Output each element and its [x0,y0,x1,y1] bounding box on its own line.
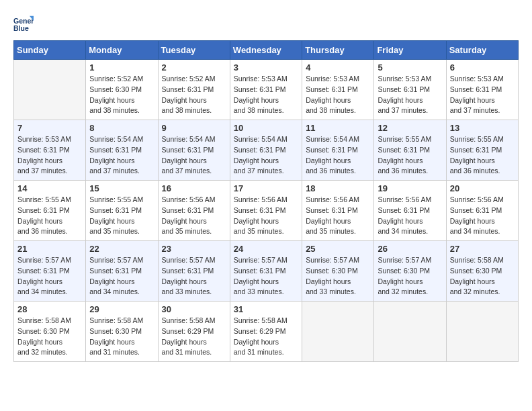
day-number: 13 [450,123,515,133]
calendar-cell [302,302,374,362]
day-number: 28 [17,304,82,314]
day-info: Sunrise: 5:57 AMSunset: 6:31 PMDaylight … [89,255,154,298]
day-info: Sunrise: 5:53 AMSunset: 6:31 PMDaylight … [378,74,442,116]
day-number: 19 [378,183,442,193]
day-info: Sunrise: 5:56 AMSunset: 6:31 PMDaylight … [378,195,442,237]
calendar-cell: 14 Sunrise: 5:55 AMSunset: 6:31 PMDaylig… [14,181,86,241]
day-number: 21 [17,244,82,254]
calendar-cell: 8 Sunrise: 5:54 AMSunset: 6:31 PMDayligh… [86,120,158,181]
day-info: Sunrise: 5:54 AMSunset: 6:31 PMDaylight … [162,134,226,177]
day-number: 6 [450,62,515,73]
calendar-cell: 23 Sunrise: 5:57 AMSunset: 6:31 PMDaylig… [158,241,230,302]
day-info: Sunrise: 5:55 AMSunset: 6:31 PMDaylight … [17,195,82,237]
day-number: 23 [162,244,226,254]
calendar-cell: 11 Sunrise: 5:54 AMSunset: 6:31 PMDaylig… [302,120,374,181]
logo: General Blue [13,13,36,34]
day-number: 29 [89,304,154,314]
day-info: Sunrise: 5:52 AMSunset: 6:30 PMDaylight … [89,74,154,116]
calendar-cell [374,302,446,362]
day-number: 12 [378,123,442,133]
calendar-cell: 31 Sunrise: 5:58 AMSunset: 6:29 PMDaylig… [230,302,302,362]
day-info: Sunrise: 5:57 AMSunset: 6:31 PMDaylight … [17,255,82,298]
calendar-cell: 25 Sunrise: 5:57 AMSunset: 6:30 PMDaylig… [302,241,374,302]
day-number: 9 [162,123,226,133]
calendar-week-5: 28 Sunrise: 5:58 AMSunset: 6:30 PMDaylig… [14,302,519,362]
calendar-week-1: 1 Sunrise: 5:52 AMSunset: 6:30 PMDayligh… [14,60,519,120]
day-number: 20 [450,183,515,193]
day-number: 7 [17,123,82,133]
day-info: Sunrise: 5:57 AMSunset: 6:31 PMDaylight … [234,255,298,298]
day-number: 4 [306,62,370,73]
calendar-cell: 20 Sunrise: 5:56 AMSunset: 6:31 PMDaylig… [446,181,518,241]
calendar-cell: 29 Sunrise: 5:58 AMSunset: 6:30 PMDaylig… [86,302,158,362]
calendar-cell: 24 Sunrise: 5:57 AMSunset: 6:31 PMDaylig… [230,241,302,302]
calendar-cell: 1 Sunrise: 5:52 AMSunset: 6:30 PMDayligh… [86,60,158,120]
calendar-cell: 13 Sunrise: 5:55 AMSunset: 6:31 PMDaylig… [446,120,518,181]
calendar-cell: 17 Sunrise: 5:56 AMSunset: 6:31 PMDaylig… [230,181,302,241]
day-info: Sunrise: 5:53 AMSunset: 6:31 PMDaylight … [306,74,370,116]
day-number: 10 [234,123,298,133]
col-header-thursday: Thursday [302,41,374,60]
calendar-cell: 19 Sunrise: 5:56 AMSunset: 6:31 PMDaylig… [374,181,446,241]
day-number: 17 [234,183,298,193]
calendar-cell: 5 Sunrise: 5:53 AMSunset: 6:31 PMDayligh… [374,60,446,120]
day-info: Sunrise: 5:57 AMSunset: 6:30 PMDaylight … [378,255,442,298]
calendar-week-3: 14 Sunrise: 5:55 AMSunset: 6:31 PMDaylig… [14,181,519,241]
col-header-saturday: Saturday [446,41,518,60]
day-info: Sunrise: 5:58 AMSunset: 6:29 PMDaylight … [162,316,226,358]
day-info: Sunrise: 5:55 AMSunset: 6:31 PMDaylight … [89,195,154,237]
day-number: 5 [378,62,442,73]
calendar-cell: 9 Sunrise: 5:54 AMSunset: 6:31 PMDayligh… [158,120,230,181]
day-number: 22 [89,244,154,254]
calendar-cell: 6 Sunrise: 5:53 AMSunset: 6:31 PMDayligh… [446,60,518,120]
day-info: Sunrise: 5:56 AMSunset: 6:31 PMDaylight … [450,195,515,237]
col-header-monday: Monday [86,41,158,60]
day-number: 14 [17,183,82,193]
day-number: 26 [378,244,442,254]
calendar-week-2: 7 Sunrise: 5:53 AMSunset: 6:31 PMDayligh… [14,120,519,181]
calendar-cell: 22 Sunrise: 5:57 AMSunset: 6:31 PMDaylig… [86,241,158,302]
day-info: Sunrise: 5:56 AMSunset: 6:31 PMDaylight … [162,195,226,237]
col-header-sunday: Sunday [14,41,86,60]
calendar-cell [14,60,86,120]
day-info: Sunrise: 5:54 AMSunset: 6:31 PMDaylight … [89,134,154,177]
calendar-cell: 10 Sunrise: 5:54 AMSunset: 6:31 PMDaylig… [230,120,302,181]
day-number: 25 [306,244,370,254]
day-number: 30 [162,304,226,314]
day-number: 8 [89,123,154,133]
day-info: Sunrise: 5:54 AMSunset: 6:31 PMDaylight … [234,134,298,177]
col-header-wednesday: Wednesday [230,41,302,60]
day-number: 15 [89,183,154,193]
day-number: 2 [162,62,226,73]
calendar-cell: 30 Sunrise: 5:58 AMSunset: 6:29 PMDaylig… [158,302,230,362]
day-info: Sunrise: 5:57 AMSunset: 6:30 PMDaylight … [306,255,370,298]
calendar-cell: 21 Sunrise: 5:57 AMSunset: 6:31 PMDaylig… [14,241,86,302]
day-info: Sunrise: 5:52 AMSunset: 6:31 PMDaylight … [162,74,226,116]
day-info: Sunrise: 5:58 AMSunset: 6:29 PMDaylight … [234,316,298,358]
calendar-cell: 15 Sunrise: 5:55 AMSunset: 6:31 PMDaylig… [86,181,158,241]
day-info: Sunrise: 5:58 AMSunset: 6:30 PMDaylight … [450,255,515,298]
calendar-cell: 12 Sunrise: 5:55 AMSunset: 6:31 PMDaylig… [374,120,446,181]
calendar-cell: 3 Sunrise: 5:53 AMSunset: 6:31 PMDayligh… [230,60,302,120]
day-info: Sunrise: 5:56 AMSunset: 6:31 PMDaylight … [234,195,298,237]
col-header-tuesday: Tuesday [158,41,230,60]
page-header: General Blue [13,13,519,34]
logo-icon: General Blue [13,13,34,34]
calendar-cell: 4 Sunrise: 5:53 AMSunset: 6:31 PMDayligh… [302,60,374,120]
calendar-cell: 2 Sunrise: 5:52 AMSunset: 6:31 PMDayligh… [158,60,230,120]
col-header-friday: Friday [374,41,446,60]
calendar-cell: 7 Sunrise: 5:53 AMSunset: 6:31 PMDayligh… [14,120,86,181]
day-info: Sunrise: 5:55 AMSunset: 6:31 PMDaylight … [450,134,515,177]
day-number: 1 [89,62,154,73]
day-info: Sunrise: 5:53 AMSunset: 6:31 PMDaylight … [450,74,515,116]
day-number: 18 [306,183,370,193]
calendar-cell: 28 Sunrise: 5:58 AMSunset: 6:30 PMDaylig… [14,302,86,362]
day-info: Sunrise: 5:55 AMSunset: 6:31 PMDaylight … [378,134,442,177]
day-number: 31 [234,304,298,314]
calendar-cell: 27 Sunrise: 5:58 AMSunset: 6:30 PMDaylig… [446,241,518,302]
calendar-cell: 18 Sunrise: 5:56 AMSunset: 6:31 PMDaylig… [302,181,374,241]
calendar-cell [446,302,518,362]
day-info: Sunrise: 5:56 AMSunset: 6:31 PMDaylight … [306,195,370,237]
day-number: 16 [162,183,226,193]
day-info: Sunrise: 5:54 AMSunset: 6:31 PMDaylight … [306,134,370,177]
